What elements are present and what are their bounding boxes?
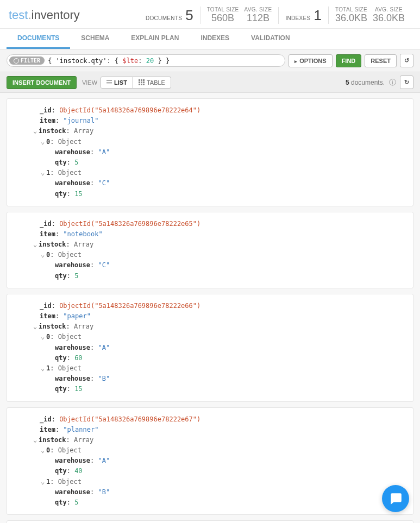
collection-tabs: DOCUMENTS SCHEMA EXPLAIN PLAN INDEXES VA… (0, 29, 420, 49)
filter-chip: FILTER (9, 56, 45, 65)
docs-total-size: 560B (207, 12, 239, 24)
document-card[interactable]: _id: ObjectId("5a148326a769896e78222e66"… (7, 294, 413, 402)
refresh-icon: ↻ (404, 79, 409, 85)
view-toggle: LIST TABLE (101, 77, 171, 89)
history-button[interactable]: ↺ (400, 54, 413, 67)
document-card[interactable]: _id: ObjectId("5a148326a769896e78222e65"… (7, 212, 413, 288)
list-icon (106, 80, 112, 85)
tab-explain-plan[interactable]: EXPLAIN PLAN (120, 29, 190, 49)
collection-stats: DOCUMENTS 5 TOTAL SIZE560B AVG. SIZE112B… (139, 7, 411, 24)
tab-validation[interactable]: VALIDATION (240, 29, 301, 49)
history-icon: ↺ (404, 57, 409, 64)
idx-avg-size: 36.0KB (373, 12, 405, 24)
document-card[interactable]: _id: ObjectId("5a148326a769896e78222e64"… (7, 98, 413, 206)
indexes-count: 1 (314, 7, 321, 24)
document-card[interactable]: _id: ObjectId("5a148326a769896e78222e67"… (7, 407, 413, 515)
document-count: 5 documents. (346, 79, 385, 86)
reset-button[interactable]: RESET (365, 54, 397, 67)
collection-header: test.inventory DOCUMENTS 5 TOTAL SIZE560… (0, 0, 420, 29)
tab-documents[interactable]: DOCUMENTS (7, 29, 70, 49)
document-list: _id: ObjectId("5a148326a769896e78222e64"… (0, 93, 420, 523)
options-button[interactable]: OPTIONS (289, 54, 333, 67)
tab-indexes[interactable]: INDEXES (190, 29, 240, 49)
idx-total-size: 36.0KB (335, 12, 367, 24)
indexes-label: INDEXES (285, 15, 310, 21)
view-label: VIEW (82, 79, 97, 86)
filter-text: { 'instock.qty': { $lte: 20 } } (45, 57, 173, 65)
documents-toolbar: INSERT DOCUMENT VIEW LIST TABLE 5 docume… (0, 72, 420, 93)
insert-document-button[interactable]: INSERT DOCUMENT (7, 76, 77, 89)
refresh-button[interactable]: ↻ (400, 75, 413, 89)
docs-avg-size: 112B (245, 12, 272, 24)
namespace: test.inventory (9, 8, 139, 22)
document-card[interactable]: _id: ObjectId("5a148326a769896e78222e68"… (7, 520, 413, 523)
info-icon[interactable]: ⓘ (388, 78, 397, 87)
collection-name: inventory (32, 8, 80, 22)
intercom-button[interactable] (382, 485, 409, 512)
tab-schema[interactable]: SCHEMA (70, 29, 120, 49)
view-table-button[interactable]: TABLE (133, 77, 171, 88)
documents-label: DOCUMENTS (146, 15, 182, 21)
view-list-button[interactable]: LIST (101, 77, 133, 88)
database-name: test (9, 8, 28, 22)
table-icon (139, 79, 145, 85)
filter-input[interactable]: FILTER { 'instock.qty': { $lte: 20 } } (7, 54, 285, 67)
documents-count: 5 (185, 7, 193, 24)
find-button[interactable]: FIND (336, 54, 362, 67)
query-bar: FILTER { 'instock.qty': { $lte: 20 } } O… (0, 49, 420, 72)
chat-icon (388, 492, 403, 506)
